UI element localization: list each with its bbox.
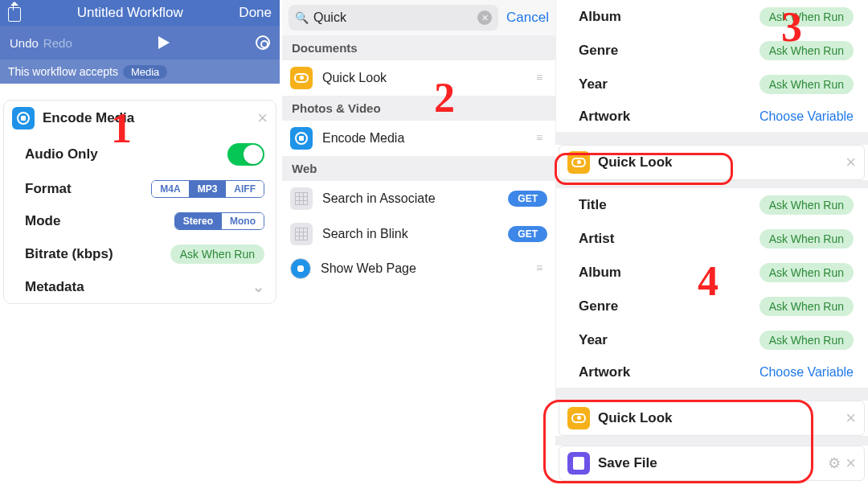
album-value[interactable]: Ask When Run	[760, 7, 854, 27]
save-file-title: Save File	[598, 455, 828, 471]
close-icon[interactable]: ×	[257, 109, 268, 127]
result-quick-look[interactable]: Quick Look ≡	[282, 60, 555, 96]
format-label: Format	[25, 181, 72, 197]
format-segmented[interactable]: M4A MP3 AIFF	[151, 180, 264, 198]
title-label: Title	[579, 197, 607, 213]
app-grid-icon	[290, 223, 313, 245]
gear-icon[interactable]	[256, 35, 270, 50]
card-title: Encode Media	[43, 110, 257, 126]
genre-value[interactable]: Ask When Run	[760, 297, 854, 316]
share-icon[interactable]	[8, 7, 21, 22]
encode-media-icon	[290, 127, 313, 150]
artist-value[interactable]: Ask When Run	[760, 229, 854, 249]
quick-look-icon	[567, 407, 590, 429]
artwork-label: Artwork	[579, 109, 630, 125]
get-button[interactable]: GET	[508, 226, 547, 242]
drag-handle-icon[interactable]: ≡	[536, 266, 547, 271]
accepts-badge[interactable]: Media	[123, 65, 167, 79]
title-value[interactable]: Ask When Run	[760, 195, 854, 215]
result-search-associate[interactable]: Search in Associate GET	[282, 181, 555, 216]
quick-look-icon	[567, 151, 590, 174]
accepts-label: This workflow accepts	[8, 65, 118, 78]
album-label: Album	[579, 9, 621, 25]
mode-label: Mode	[25, 213, 60, 229]
section-web: Web	[282, 156, 555, 181]
section-photos-video: Photos & Video	[282, 96, 555, 121]
choose-variable[interactable]: Choose Variable	[760, 109, 854, 124]
close-icon[interactable]: ×	[845, 154, 856, 171]
mode-segmented[interactable]: Stereo Mono	[174, 212, 264, 230]
quick-look-card-2: Quick Look ×	[559, 401, 865, 436]
annotation-4: 4	[698, 257, 719, 305]
search-text: Quick	[313, 10, 477, 25]
bitrate-label: Bitrate (kbps)	[25, 246, 113, 262]
section-documents: Documents	[282, 35, 555, 60]
encode-media-icon	[12, 107, 35, 129]
clear-icon[interactable]: ✕	[477, 10, 492, 25]
year-label: Year	[579, 76, 608, 92]
year-value[interactable]: Ask When Run	[760, 331, 854, 350]
drag-handle-icon[interactable]: ≡	[536, 136, 547, 141]
genre-label: Genre	[579, 298, 618, 314]
drag-handle-icon[interactable]: ≡	[536, 76, 547, 80]
year-value[interactable]: Ask When Run	[760, 75, 854, 94]
chevron-down-icon[interactable]: ⌄	[252, 278, 264, 296]
annotation-2: 2	[434, 74, 455, 121]
audio-only-toggle[interactable]	[227, 143, 264, 166]
result-show-web-page[interactable]: Show Web Page ≡	[282, 252, 555, 286]
undo-button[interactable]: Undo	[10, 36, 39, 50]
cancel-button[interactable]: Cancel	[506, 10, 549, 26]
encode-media-card: Encode Media × Audio Only Format M4A MP3…	[3, 100, 276, 304]
year-label: Year	[579, 332, 608, 348]
quick-look-title: Quick Look	[598, 410, 845, 426]
quick-look-icon	[290, 67, 313, 89]
audio-only-label: Audio Only	[25, 146, 98, 162]
close-icon[interactable]: ×	[845, 409, 856, 427]
artist-label: Artist	[579, 231, 614, 247]
result-encode-media[interactable]: Encode Media ≡	[282, 121, 555, 156]
album-value[interactable]: Ask When Run	[760, 263, 854, 282]
quick-look-card: Quick Look ×	[559, 145, 865, 180]
annotation-3: 3	[781, 3, 802, 51]
genre-label: Genre	[579, 43, 618, 59]
search-icon: 🔍	[295, 11, 309, 24]
search-input[interactable]: 🔍 Quick ✕	[289, 5, 498, 31]
metadata-label: Metadata	[25, 279, 84, 295]
album-label: Album	[579, 265, 621, 281]
genre-value[interactable]: Ask When Run	[760, 41, 854, 60]
gear-icon[interactable]: ⚙	[828, 454, 841, 472]
bitrate-value[interactable]: Ask When Run	[170, 244, 264, 264]
result-search-blink[interactable]: Search in Blink GET	[282, 216, 555, 252]
choose-variable[interactable]: Choose Variable	[760, 365, 854, 380]
save-file-card: Save File ⚙ ×	[559, 446, 865, 481]
annotation-1: 1	[111, 105, 132, 152]
play-icon[interactable]	[158, 36, 170, 49]
artwork-label: Artwork	[579, 364, 630, 380]
workflow-title: Untitled Workflow	[21, 5, 239, 21]
redo-button: Redo	[43, 36, 72, 50]
safari-icon	[290, 258, 311, 279]
done-button[interactable]: Done	[239, 5, 272, 21]
app-grid-icon	[290, 187, 313, 210]
quick-look-title: Quick Look	[598, 154, 845, 171]
close-icon[interactable]: ×	[845, 454, 856, 472]
get-button[interactable]: GET	[508, 191, 547, 207]
save-file-icon	[567, 452, 590, 475]
